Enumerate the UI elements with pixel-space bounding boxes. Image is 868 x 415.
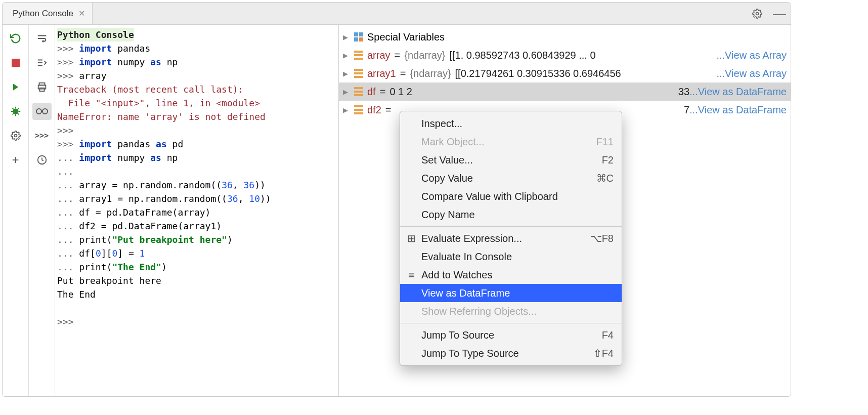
show-variables-button[interactable] — [32, 103, 52, 120]
menu-item-view-as-dataframe[interactable]: View as DataFrame — [400, 284, 622, 302]
menu-shortcut: F11 — [596, 136, 614, 148]
menu-item-mark-object: Mark Object...F11 — [400, 133, 622, 151]
svg-rect-37 — [354, 109, 363, 111]
menu-item-jump-to-source[interactable]: Jump To SourceF4 — [400, 326, 622, 344]
add-button[interactable]: + — [7, 151, 24, 169]
menu-item-copy-value[interactable]: Copy Value⌘C — [400, 169, 622, 187]
menu-label: Jump To Type Source — [421, 348, 593, 359]
variable-row-df[interactable]: ▶df = 0 1 233 ...View as DataFrame — [339, 82, 791, 101]
menu-item-jump-to-type-source[interactable]: Jump To Type Source⇧F4 — [400, 344, 622, 362]
variable-name: array1 — [367, 68, 396, 79]
view-as-link[interactable]: ...View as Array — [716, 50, 787, 61]
context-menu: Inspect...Mark Object...F11Set Value...F… — [400, 111, 622, 366]
browse-history-button[interactable]: >>> — [32, 127, 52, 144]
chevron-right-icon: ▶ — [343, 52, 350, 59]
chevron-right-icon: ▶ — [343, 88, 350, 96]
array-icon — [354, 51, 363, 60]
menu-label: Set Value... — [421, 154, 602, 166]
variable-name: df — [367, 86, 376, 98]
variable-type: {ndarray} — [410, 68, 451, 79]
menu-label: View as DataFrame — [421, 287, 614, 299]
gear-icon[interactable] — [746, 3, 768, 25]
svg-rect-36 — [354, 105, 363, 107]
menu-item-evaluate-expression[interactable]: ⊞Evaluate Expression...⌥F8 — [400, 229, 622, 247]
menu-item-compare-value-with-clipboard[interactable]: Compare Value with Clipboard — [400, 187, 622, 205]
svg-line-8 — [12, 108, 14, 110]
tab-python-console[interactable]: Python Console ✕ — [3, 3, 93, 24]
menu-item-inspect[interactable]: Inspect... — [400, 114, 622, 133]
variable-name: df2 — [367, 104, 381, 116]
svg-point-20 — [42, 109, 48, 114]
svg-rect-35 — [354, 94, 363, 96]
view-as-link[interactable]: ...View as Array — [716, 68, 787, 79]
array-icon — [354, 87, 363, 96]
svg-point-12 — [14, 135, 17, 137]
menu-icon: ≡ — [406, 269, 416, 281]
variable-name: array — [367, 50, 390, 61]
svg-rect-30 — [354, 69, 363, 71]
svg-rect-26 — [359, 37, 363, 42]
variables-panel: ▶ Special Variables ▶array = {ndarray} [… — [339, 25, 791, 396]
variable-row-array1[interactable]: ▶array1 = {ndarray} [[0.21794261 0.30915… — [339, 64, 791, 82]
print-button[interactable] — [32, 78, 52, 96]
special-variables-row[interactable]: ▶ Special Variables — [339, 28, 791, 46]
menu-shortcut: ⌘C — [596, 172, 614, 184]
menu-label: Add to Watches — [421, 269, 614, 281]
svg-point-19 — [36, 109, 41, 114]
menu-shortcut: F2 — [602, 154, 614, 166]
tab-label: Python Console — [13, 9, 73, 19]
menu-label: Inspect... — [421, 118, 614, 130]
menu-item-set-value[interactable]: Set Value...F2 — [400, 151, 622, 169]
debug-button[interactable] — [7, 103, 24, 120]
svg-rect-25 — [354, 37, 358, 42]
variable-value: [[1. 0.98592743 0.60843929 ... 0 — [449, 50, 595, 61]
menu-label: Show Referring Objects... — [421, 306, 614, 317]
menu-separator — [400, 323, 622, 323]
variable-value: [[0.21794261 0.30915336 0.6946456 — [455, 68, 621, 79]
console-output[interactable]: Python Console >>> import pandas >>> imp… — [55, 25, 338, 396]
svg-rect-1 — [12, 59, 20, 67]
stop-button[interactable] — [7, 54, 24, 71]
menu-label: Evaluate Expression... — [421, 233, 590, 244]
softwrap-button[interactable] — [32, 30, 52, 47]
svg-rect-38 — [354, 112, 363, 114]
svg-rect-29 — [354, 58, 363, 60]
svg-line-10 — [12, 113, 14, 115]
svg-rect-27 — [354, 51, 363, 53]
array-icon — [354, 69, 363, 78]
menu-separator — [400, 226, 622, 227]
minimize-icon[interactable]: — — [768, 3, 791, 25]
scroll-to-end-button[interactable] — [32, 54, 52, 71]
variable-value: 0 1 2 — [389, 86, 412, 98]
menu-item-add-to-watches[interactable]: ≡Add to Watches — [400, 266, 622, 284]
menu-label: Compare Value with Clipboard — [421, 191, 614, 202]
array-icon — [354, 105, 363, 114]
menu-label: Mark Object... — [421, 136, 596, 148]
python-console-toolwindow: Python Console ✕ — + — [2, 2, 791, 397]
grid-icon — [354, 32, 363, 42]
menu-item-evaluate-in-console[interactable]: Evaluate In Console — [400, 247, 622, 266]
history-button[interactable] — [32, 151, 52, 169]
variable-row-array[interactable]: ▶array = {ndarray} [[1. 0.98592743 0.608… — [339, 46, 791, 64]
view-as-link[interactable]: ...View as DataFrame — [689, 86, 787, 98]
svg-rect-32 — [354, 76, 363, 78]
view-as-link[interactable]: ...View as DataFrame — [689, 104, 787, 116]
menu-label: Evaluate In Console — [421, 251, 614, 263]
left-action-gutter: + — [3, 25, 29, 396]
menu-shortcut: ⌥F8 — [590, 232, 614, 244]
menu-shortcut: F4 — [602, 329, 614, 341]
svg-point-0 — [756, 13, 759, 15]
chevron-right-icon: ▶ — [343, 70, 350, 77]
special-variables-label: Special Variables — [367, 31, 445, 43]
menu-item-copy-name[interactable]: Copy Name — [400, 205, 622, 224]
menu-item-show-referring-objects: Show Referring Objects... — [400, 302, 622, 320]
chevron-right-icon: ▶ — [343, 33, 350, 41]
svg-rect-33 — [354, 87, 363, 89]
svg-rect-23 — [354, 32, 358, 36]
menu-label: Copy Name — [421, 209, 614, 221]
run-button[interactable] — [7, 78, 24, 96]
menu-label: Copy Value — [421, 173, 596, 184]
settings-button[interactable] — [7, 127, 24, 144]
close-icon[interactable]: ✕ — [78, 9, 85, 18]
rerun-button[interactable] — [7, 30, 24, 47]
